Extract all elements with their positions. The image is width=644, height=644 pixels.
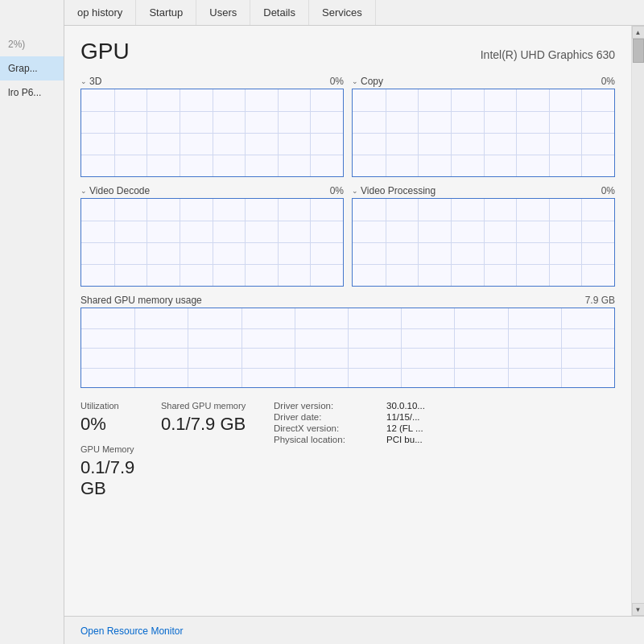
tab-services[interactable]: Services: [309, 0, 376, 25]
tab-bar: op history Startup Users Details Service…: [64, 0, 644, 26]
tab-startup[interactable]: Startup: [136, 0, 196, 25]
driver-version-row: Driver version:: [274, 401, 386, 411]
charts-row-mid: ⌄ Video Decode 0%: [80, 185, 615, 287]
shared-gpu-label: Shared GPU memory: [161, 401, 274, 411]
stats-col-driver-keys: Driver version: Driver date: DirectX ver…: [274, 401, 386, 499]
chart-vp-label-row: ⌄ Video Processing 0%: [352, 185, 615, 196]
sidebar-item-label-0: 2%): [8, 39, 25, 50]
chart-3d-label: ⌄ 3D: [80, 76, 101, 87]
main-area: op history Startup Users Details Service…: [64, 0, 644, 644]
driver-date-key: Driver date:: [274, 412, 362, 422]
shared-gpu-value: 0.1/7.9 GB: [161, 414, 274, 435]
sidebar-item-label-1: Grap...: [8, 63, 38, 74]
stats-col-utilization: Utilization 0% GPU Memory 0.1/7.9 GB: [80, 401, 161, 499]
stats-col-driver-values: 30.0.10... 11/15/... 12 (FL ... PCI bu..…: [386, 401, 483, 499]
driver-version-val-row: 30.0.10...: [386, 401, 483, 411]
chart-vd-percent: 0%: [330, 185, 344, 196]
bottom-bar: Open Resource Monitor: [64, 616, 644, 644]
chart-copy: ⌄ Copy 0%: [352, 76, 615, 177]
driver-version-val: 30.0.10...: [386, 401, 425, 411]
scroll-thumb[interactable]: [633, 39, 644, 63]
scrollbar: ▲ ▼: [631, 26, 644, 616]
gpu-device-name: Intel(R) UHD Graphics 630: [481, 48, 615, 61]
info-values-table: 30.0.10... 11/15/... 12 (FL ... PCI bu..…: [386, 401, 483, 444]
directx-row: DirectX version:: [274, 423, 386, 433]
chart-vp-box: [352, 198, 615, 287]
chart-copy-percent: 0%: [601, 76, 615, 87]
physical-key: Physical location:: [274, 435, 362, 444]
chart-vd-grid: [81, 199, 343, 286]
chart-copy-label-row: ⌄ Copy 0%: [352, 76, 615, 87]
chart-shared-memory: Shared GPU memory usage 7.9 GB: [80, 295, 615, 388]
gpu-content: GPU Intel(R) UHD Graphics 630 ⌄ 3D 0%: [64, 26, 631, 616]
chart-sm-box: [80, 308, 615, 388]
charts-row-top: ⌄ 3D 0%: [80, 76, 615, 177]
directx-val: 12 (FL ...: [386, 423, 423, 433]
directx-key: DirectX version:: [274, 423, 362, 433]
scroll-down-arrow[interactable]: ▼: [632, 603, 645, 616]
task-manager-window: 2%) Grap... lro P6... op history Startup…: [0, 0, 644, 644]
sidebar-item-2[interactable]: lro P6...: [0, 80, 64, 105]
scroll-up-arrow[interactable]: ▲: [632, 26, 645, 39]
content-panel: GPU Intel(R) UHD Graphics 630 ⌄ 3D 0%: [64, 26, 644, 616]
driver-date-val: 11/15/...: [386, 412, 420, 422]
chart-sm-value: 7.9 GB: [585, 295, 615, 306]
chart-copy-box: [352, 89, 615, 177]
chart-vd-box: [80, 198, 344, 287]
utilization-label: Utilization: [80, 401, 161, 411]
chart-copy-label: ⌄ Copy: [352, 76, 383, 87]
chart-copy-grid: [353, 89, 614, 176]
chart-sm-label: Shared GPU memory usage: [80, 295, 202, 306]
chart-3d: ⌄ 3D 0%: [80, 76, 344, 177]
gpu-header: GPU Intel(R) UHD Graphics 630: [80, 39, 615, 64]
chevron-down-icon-copy: ⌄: [352, 77, 358, 85]
stats-section: Utilization 0% GPU Memory 0.1/7.9 GB Sha…: [80, 401, 615, 499]
chart-vd-label-row: ⌄ Video Decode 0%: [80, 185, 344, 196]
open-resource-monitor-link[interactable]: Open Resource Monitor: [80, 625, 183, 637]
tab-op-history[interactable]: op history: [64, 0, 136, 25]
driver-date-row: Driver date:: [274, 412, 386, 422]
stats-col-shared: Shared GPU memory 0.1/7.9 GB: [161, 401, 274, 499]
chart-vp-percent: 0%: [601, 185, 615, 196]
chart-sm-label-row: Shared GPU memory usage 7.9 GB: [80, 295, 615, 306]
chevron-down-icon-vp: ⌄: [352, 187, 358, 195]
info-table: Driver version: Driver date: DirectX ver…: [274, 401, 386, 444]
directx-val-row: 12 (FL ...: [386, 423, 483, 433]
chart-video-processing: ⌄ Video Processing 0%: [352, 185, 615, 287]
sidebar-item-label-2: lro P6...: [8, 87, 41, 98]
gpu-memory-label: GPU Memory: [80, 444, 161, 454]
chart-vp-grid: [353, 199, 614, 286]
chevron-down-icon-vd: ⌄: [80, 187, 87, 195]
sidebar: 2%) Grap... lro P6...: [0, 0, 64, 644]
chart-vd-label: ⌄ Video Decode: [80, 185, 150, 196]
chart-vp-label: ⌄ Video Processing: [352, 185, 436, 196]
chart-video-decode: ⌄ Video Decode 0%: [80, 185, 344, 287]
physical-val-row: PCI bu...: [386, 435, 483, 444]
scroll-track[interactable]: [632, 39, 644, 603]
driver-date-val-row: 11/15/...: [386, 412, 483, 422]
tab-details[interactable]: Details: [250, 0, 309, 25]
physical-val: PCI bu...: [386, 435, 423, 444]
gpu-memory-value: 0.1/7.9 GB: [80, 457, 161, 499]
chart-3d-percent: 0%: [330, 76, 344, 87]
sidebar-item-1[interactable]: Grap...: [0, 56, 64, 80]
chart-3d-box: [80, 89, 344, 177]
sidebar-item-0[interactable]: 2%): [0, 32, 64, 56]
chart-3d-grid: [81, 89, 343, 176]
tab-users[interactable]: Users: [196, 0, 250, 25]
driver-version-key: Driver version:: [274, 401, 362, 411]
chart-3d-label-row: ⌄ 3D 0%: [80, 76, 344, 87]
chevron-down-icon: ⌄: [80, 77, 87, 85]
gpu-title: GPU: [80, 39, 130, 64]
utilization-value: 0%: [80, 414, 161, 435]
chart-sm-grid: [81, 308, 614, 387]
physical-row: Physical location:: [274, 435, 386, 444]
